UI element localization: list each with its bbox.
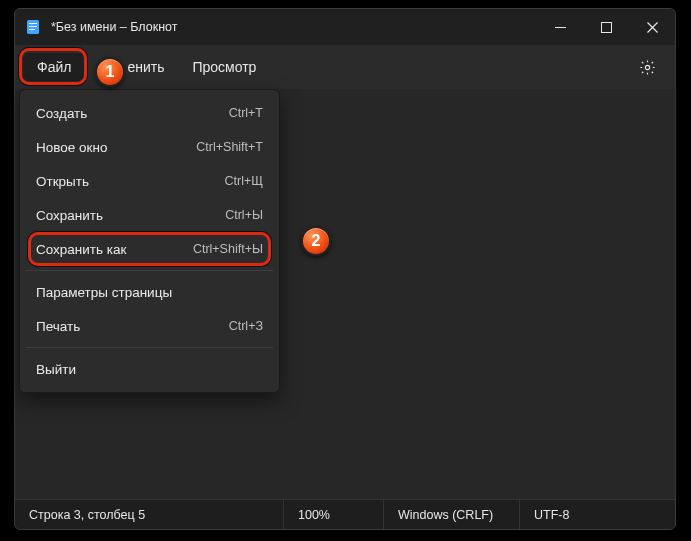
status-encoding: UTF-8 [519, 500, 675, 529]
status-line-endings: Windows (CRLF) [383, 500, 519, 529]
notepad-icon [25, 19, 41, 35]
menubar: Файл енить Просмотр [15, 45, 675, 89]
menu-item-new-window[interactable]: Новое окно Ctrl+Shift+T [20, 130, 279, 164]
minimize-button[interactable] [537, 9, 583, 45]
menu-separator [26, 347, 273, 348]
menu-item-shortcut: Ctrl+T [229, 106, 263, 120]
menu-item-shortcut: Ctrl+Shift+T [196, 140, 263, 154]
svg-rect-4 [555, 27, 566, 28]
menu-item-save-as[interactable]: Сохранить как Ctrl+Shift+Ы [20, 232, 279, 266]
svg-point-6 [645, 65, 649, 69]
menu-item-label: Открыть [36, 174, 89, 189]
menu-separator [26, 270, 273, 271]
menu-item-open[interactable]: Открыть Ctrl+Щ [20, 164, 279, 198]
window-controls [537, 9, 675, 45]
menu-edit-partial[interactable]: енить [113, 53, 178, 81]
menu-item-page-setup[interactable]: Параметры страницы [20, 275, 279, 309]
menu-item-label: Сохранить как [36, 242, 126, 257]
app-window: *Без имени – Блокнот Файл енить Просмотр… [14, 8, 676, 530]
menu-item-exit[interactable]: Выйти [20, 352, 279, 386]
menu-item-shortcut: Ctrl+З [229, 319, 263, 333]
svg-rect-5 [601, 22, 611, 32]
statusbar: Строка 3, столбец 5 100% Windows (CRLF) … [15, 499, 675, 529]
svg-rect-2 [29, 26, 37, 27]
file-menu-dropdown: Создать Ctrl+T Новое окно Ctrl+Shift+T О… [19, 89, 280, 393]
menu-item-label: Новое окно [36, 140, 107, 155]
menu-item-label: Выйти [36, 362, 76, 377]
close-button[interactable] [629, 9, 675, 45]
titlebar: *Без имени – Блокнот [15, 9, 675, 45]
menu-item-save[interactable]: Сохранить Ctrl+Ы [20, 198, 279, 232]
svg-rect-3 [29, 29, 35, 30]
maximize-button[interactable] [583, 9, 629, 45]
menu-item-print[interactable]: Печать Ctrl+З [20, 309, 279, 343]
status-position: Строка 3, столбец 5 [15, 500, 283, 529]
menu-item-label: Параметры страницы [36, 285, 172, 300]
menu-file[interactable]: Файл [23, 53, 85, 81]
menu-item-shortcut: Ctrl+Shift+Ы [193, 242, 263, 256]
status-zoom: 100% [283, 500, 383, 529]
menu-item-label: Сохранить [36, 208, 103, 223]
menu-item-shortcut: Ctrl+Щ [225, 174, 263, 188]
menu-item-label: Печать [36, 319, 80, 334]
menu-item-shortcut: Ctrl+Ы [225, 208, 263, 222]
menu-view[interactable]: Просмотр [178, 53, 270, 81]
svg-rect-1 [29, 23, 37, 24]
settings-button[interactable] [629, 45, 665, 89]
window-title: *Без имени – Блокнот [51, 20, 177, 34]
menu-item-new[interactable]: Создать Ctrl+T [20, 96, 279, 130]
menu-item-label: Создать [36, 106, 87, 121]
